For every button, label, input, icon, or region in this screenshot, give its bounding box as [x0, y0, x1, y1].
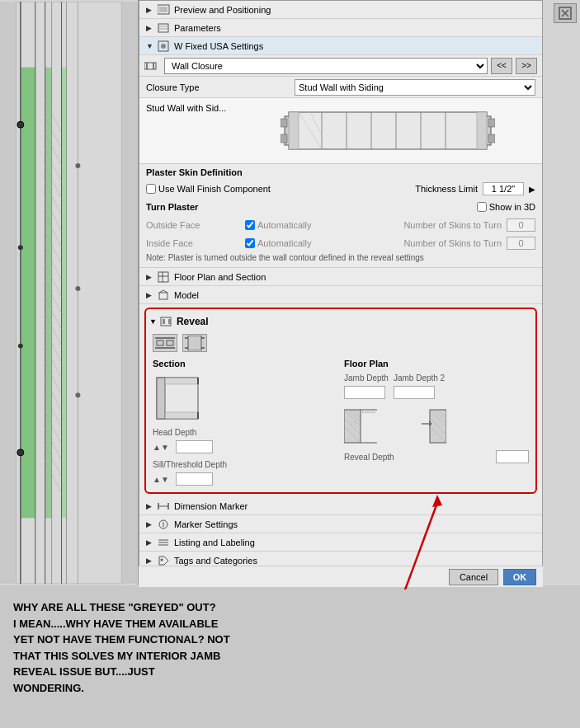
dimension-icon	[158, 500, 171, 512]
comment-text: WHY ARE ALL THESE "GREYED" OUT? i MEAN..…	[13, 599, 567, 696]
tree-item-dimension[interactable]: ▶ Dimension Marker	[139, 497, 542, 515]
comment-line6: WONDERING.	[13, 682, 84, 694]
use-wall-finish-check[interactable]: Use Wall Finish Component	[146, 184, 271, 194]
reveal-mode-icon-2[interactable]	[182, 334, 207, 352]
tree-item-preview[interactable]: ▶ Preview and Positioning	[139, 1, 542, 19]
marker-arrow-icon: ▶	[146, 520, 154, 528]
reveal-depth-label: Reveal Depth	[344, 453, 491, 462]
reveal-header[interactable]: ▼ Reveal	[149, 312, 532, 331]
svg-rect-74	[163, 319, 165, 324]
turn-plaster-row: Turn Plaster Show in 3D	[146, 199, 535, 215]
reveal-mode-icon-1[interactable]	[153, 334, 177, 352]
sill-depth-label: Sill/Threshold Depth	[153, 460, 337, 469]
closure-type-dropdown[interactable]: Stud Wall with Siding	[295, 79, 535, 96]
svg-rect-86	[165, 412, 198, 419]
tags-icon	[158, 555, 171, 566]
wall-closure-dropdown[interactable]: Wall Closure	[164, 58, 488, 74]
inside-skins-row: Number of Skins to Turn	[403, 237, 535, 250]
tags-arrow-icon: ▶	[146, 557, 154, 565]
sill-depth-input[interactable]: 4"	[176, 472, 213, 486]
corner-button[interactable]	[554, 3, 577, 23]
svg-rect-49	[144, 63, 156, 69]
bottom-bar: Cancel OK	[139, 566, 543, 587]
comment-line2: i MEAN.....WHY HAVE THEM AVAILABLE	[13, 618, 218, 630]
outside-skins-row: Number of Skins to Turn	[403, 218, 535, 232]
jamb-depth-input[interactable]: 4"	[344, 386, 385, 399]
use-wall-finish-checkbox[interactable]	[146, 184, 156, 194]
svg-point-48	[161, 44, 166, 49]
inside-face-auto-check[interactable]: Automatically	[245, 238, 311, 248]
reveal-arrow-icon: ▼	[149, 317, 157, 326]
outside-face-auto-check[interactable]: Automatically	[245, 220, 311, 230]
jamb-depth-col: Jamb Depth 4"	[344, 373, 389, 399]
settings-panel: ▶ Preview and Positioning ▶ Parameters ▼…	[139, 0, 543, 585]
svg-point-14	[18, 344, 23, 349]
tree-item-model[interactable]: ▶ Model	[139, 286, 542, 304]
svg-rect-58	[488, 134, 495, 143]
nav-prev-button[interactable]: <<	[491, 58, 512, 74]
thickness-input[interactable]	[483, 182, 524, 195]
fp-title: Floor Plan	[344, 359, 529, 369]
reveal-columns: Section Head Depth	[149, 359, 532, 489]
jamb-depth2-col: Jamb Depth 2 4"	[394, 373, 445, 399]
plaster-section-title: Plaster Skin Definition	[146, 167, 535, 177]
use-wall-finish-row: Use Wall Finish Component Thickness Limi…	[146, 181, 535, 197]
nav-next-button[interactable]: >>	[516, 58, 537, 74]
thickness-increment-icon[interactable]: ▶	[529, 185, 535, 194]
outside-face-checkbox[interactable]	[245, 220, 255, 230]
sill-stepper-icon[interactable]: ▲▼	[153, 475, 169, 484]
tree-item-parameters[interactable]: ▶ Parameters	[139, 19, 542, 37]
tree-item-usa-settings-label: W Fixed USA Settings	[174, 41, 263, 51]
show-in-3d-checkbox[interactable]	[477, 202, 487, 212]
inside-skins-label: Number of Skins to Turn	[403, 238, 502, 248]
reveal-section: ▼ Reveal	[144, 308, 537, 494]
comment-line3: YET NOT HAVE THEM FUNCTIONAL? NOT	[13, 633, 230, 646]
reveal-depth-input[interactable]: 0"	[496, 450, 529, 463]
fp-diagram-row	[344, 406, 529, 447]
jamb-depth2-input[interactable]: 4"	[394, 386, 435, 399]
cancel-button[interactable]: Cancel	[449, 569, 498, 585]
arrow-down-icon: ▼	[146, 42, 154, 50]
listing-icon	[158, 537, 171, 548]
show-in-3d-label: Show in 3D	[489, 202, 535, 212]
settings-icon	[158, 40, 171, 52]
outside-skins-label: Number of Skins to Turn	[403, 220, 502, 230]
comment-line5: REVEAL ISSUE BUT....JUST	[13, 665, 155, 678]
wall-closure-icon	[144, 60, 158, 72]
svg-rect-59	[289, 112, 299, 149]
show-in-3d-row[interactable]: Show in 3D	[477, 202, 535, 212]
outside-skins-input[interactable]	[507, 218, 535, 232]
tree-item-usa-settings[interactable]: ▼ W Fixed USA Settings	[139, 37, 542, 55]
outside-face-row: Outside Face Automatically Number of Ski…	[146, 217, 535, 233]
inside-face-label: Inside Face	[146, 238, 245, 248]
tree-marker-label: Marker Settings	[174, 519, 238, 529]
head-stepper-icon[interactable]: ▲▼	[153, 443, 169, 452]
tree-item-listing[interactable]: ▶ Listing and Labeling	[139, 533, 542, 552]
svg-point-12	[17, 121, 24, 128]
jamb-depth-label: Jamb Depth	[344, 373, 389, 383]
head-depth-input[interactable]: 4"	[176, 440, 213, 453]
inside-face-checkbox[interactable]	[245, 238, 255, 248]
wall-closure-row: Wall Closure << >>	[139, 55, 542, 77]
reveal-mode-icons	[149, 334, 532, 352]
svg-rect-69	[158, 272, 168, 282]
head-depth-input-row: ▲▼ 4"	[153, 440, 337, 453]
sill-depth-input-row: ▲▼ 4"	[153, 472, 337, 486]
thickness-limit-label: Thickness Limit	[415, 184, 478, 194]
fp-inputs-row: Jamb Depth 4" Jamb Depth 2 4"	[344, 373, 529, 399]
ok-button[interactable]: OK	[503, 569, 536, 585]
reveal-icon	[160, 316, 173, 327]
tree-item-marker[interactable]: ▶ Marker Settings	[139, 515, 542, 533]
preview-graphic	[239, 103, 535, 159]
jamb-depth2-label: Jamb Depth 2	[394, 373, 445, 383]
svg-rect-43	[159, 7, 167, 12]
model-icon	[158, 289, 171, 301]
inside-skins-input[interactable]	[507, 237, 535, 250]
jamb-depth2-label-row: Jamb Depth 2	[394, 373, 445, 383]
svg-point-115	[161, 558, 163, 561]
tree-dimension-label: Dimension Marker	[174, 501, 248, 511]
jamb-depth-label-row: Jamb Depth	[344, 373, 389, 383]
inside-auto-label: Automatically	[257, 238, 311, 248]
tree-item-floor-plan[interactable]: ▶ Floor Plan and Section	[139, 268, 542, 286]
plaster-section: Plaster Skin Definition Use Wall Finish …	[139, 164, 542, 268]
